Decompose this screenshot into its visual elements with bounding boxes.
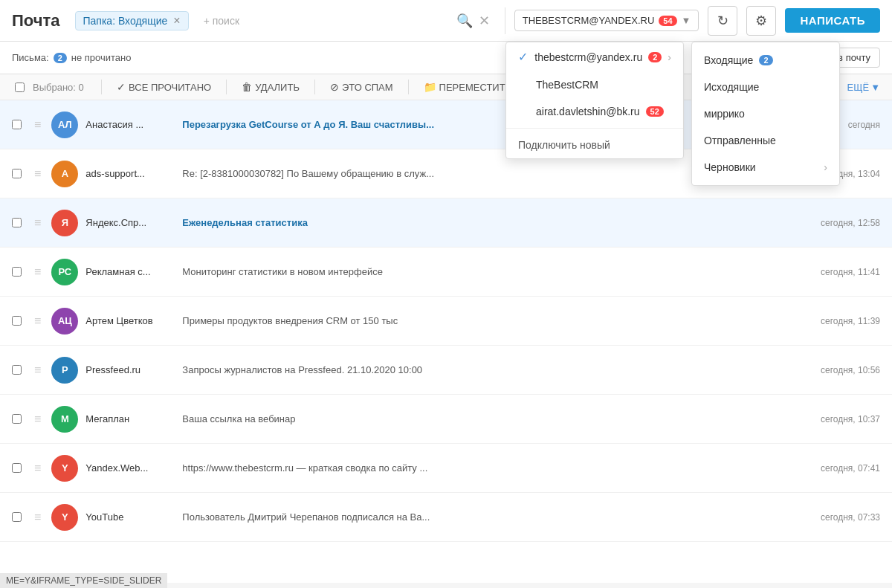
email-checkbox[interactable] [12,463,27,473]
folder-item-label: Входящие [704,54,753,66]
email-sender: ads-support... [85,168,175,179]
email-row[interactable]: ≡ Y Yandex.Web... https://www.thebestcrm… [0,444,892,493]
avatar: Я [51,210,78,236]
app-title: Почта [12,11,60,30]
header-divider [505,7,505,34]
account-item-email: TheBestCRM [536,79,598,91]
drag-handle-icon: ≡ [34,364,41,377]
refresh-button[interactable]: ↻ [708,6,737,36]
email-checkbox[interactable] [12,267,27,277]
email-checkbox[interactable] [12,316,27,326]
email-time: сегодня, 07:33 [821,512,880,523]
email-row[interactable]: ≡ Я Яндекс.Спр... Еженедельная статистик… [0,198,892,248]
email-time: сегодня, 10:56 [821,365,880,375]
avatar: A [51,161,78,187]
email-subject: Запросы журналистов на Pressfeed. 21.10.… [182,364,807,375]
email-sender: Мегаплан [85,413,175,424]
avatar: АЦ [51,308,78,335]
avatar: Y [51,455,78,482]
dropdown-separator [506,128,683,129]
mark-read-button[interactable]: ✓ ВСЕ ПРОЧИТАНО [111,79,217,95]
email-row[interactable]: ≡ РС Рекламная с... Мониторинг статистик… [0,248,892,297]
unread-count: 2 [54,53,67,63]
more-button[interactable]: ЕЩЁ ▼ [847,82,880,93]
chevron-down-icon-more: ▼ [870,82,880,93]
action-separator [101,80,102,94]
spam-label: ЭТО СПАМ [342,82,393,93]
action-separator-4 [408,80,409,94]
email-sender: YouTube [85,511,175,523]
email-sender: Рекламная с... [85,266,175,277]
email-checkbox[interactable] [12,365,27,375]
check-mark-icon: ✓ [518,50,529,64]
folder-item-label: Отправленные [704,135,776,146]
folder-dropdown-item[interactable]: Исходящие [692,74,839,100]
email-checkbox[interactable] [12,218,27,227]
avatar: РС [51,259,78,285]
settings-button[interactable]: ⚙ [746,6,776,36]
spam-icon: ⊘ [330,81,339,93]
email-time: сегодня, 07:41 [821,463,880,474]
email-row[interactable]: ≡ АЦ Артем Цветков Примеры продуктов вне… [0,297,892,346]
folder-close-icon[interactable]: × [173,15,180,27]
folder-dropdown-item[interactable]: миррико [692,100,839,127]
delete-label: УДАЛИТЬ [255,82,300,93]
drag-handle-icon: ≡ [34,413,41,426]
email-select-input[interactable] [12,365,22,375]
folder-tag[interactable]: Папка: Входящие × [75,11,189,30]
drag-handle-icon: ≡ [34,118,41,132]
email-select-input[interactable] [12,267,22,277]
email-subject: Примеры продуктов внедрения CRM от 150 т… [182,315,807,326]
folder-item-label: миррико [704,108,745,120]
email-select-input[interactable] [12,120,22,129]
write-button[interactable]: НАПИСАТЬ [785,8,880,33]
header: Почта Папка: Входящие × + поиск 🔍 ✕ THEB… [0,0,892,42]
email-select-input[interactable] [12,218,22,227]
select-all-input[interactable] [15,83,25,92]
email-subject: Ваша ссылка на вебинар [182,413,807,424]
email-checkbox[interactable] [12,414,27,424]
email-row[interactable]: ≡ М Мегаплан Ваша ссылка на вебинар сего… [0,395,892,444]
chevron-right-icon: › [824,161,827,173]
email-checkbox[interactable] [12,120,27,129]
account-item-badge: 52 [646,106,664,117]
email-checkbox[interactable] [12,169,27,178]
account-item-email: thebestcrm@yandex.ru [534,51,642,63]
email-time: сегодня [848,120,880,130]
connect-new-account[interactable]: Подключить новый [506,132,683,158]
email-time: сегодня, 11:39 [821,316,880,326]
email-select-input[interactable] [12,414,22,424]
account-button[interactable]: THEBESTCRM@YANDEX.RU 54 ▼ [514,10,699,31]
delete-button[interactable]: 🗑 УДАЛИТЬ [236,79,306,95]
account-dropdown-item[interactable]: ✓thebestcrm@yandex.ru2› [506,42,683,71]
folder-dropdown-item[interactable]: Отправленные [692,127,839,154]
email-time: сегодня, 10:37 [821,414,880,424]
account-item-badge: 2 [648,52,662,62]
email-select-input[interactable] [12,512,22,522]
email-row[interactable]: ≡ P Pressfeed.ru Запросы журналистов на … [0,346,892,395]
email-row[interactable]: ≡ Y YouTube Пользователь Дмитрий Черепан… [0,493,892,542]
search-icon-wrap: 🔍 ✕ [456,13,490,29]
trash-icon: 🗑 [242,81,252,93]
chevron-down-icon: ▼ [682,15,691,26]
url-bar: ME=Y&IFRAME_TYPE=SIDE_SLIDER [0,573,167,583]
search-area[interactable]: + поиск 🔍 ✕ [198,13,496,29]
account-dropdown-item[interactable]: airat.davletshin@bk.ru52 [506,98,683,125]
email-select-input[interactable] [12,463,22,473]
drag-handle-icon: ≡ [34,265,41,279]
email-subject: Мониторинг статистики в новом интерфейсе [182,266,807,277]
spam-button[interactable]: ⊘ ЭТО СПАМ [324,79,399,95]
select-all-checkbox[interactable] [12,80,27,94]
account-dropdown-item[interactable]: TheBestCRM [506,71,683,98]
email-time: сегодня, 11:41 [821,267,880,277]
email-select-input[interactable] [12,169,22,178]
account-dropdown: ✓thebestcrm@yandex.ru2›TheBestCRMairat.d… [505,42,684,159]
clear-search-icon[interactable]: ✕ [479,13,490,29]
email-checkbox[interactable] [12,512,27,522]
unread-info: Письма: 2 не прочитано [12,52,132,63]
email-subject: Еженедельная статистика [182,217,807,228]
folder-dropdown-item[interactable]: Входящие2 [692,47,839,74]
search-icon[interactable]: 🔍 [456,13,473,29]
email-select-input[interactable] [12,316,22,326]
folder-dropdown-item[interactable]: Черновики› [692,154,839,181]
